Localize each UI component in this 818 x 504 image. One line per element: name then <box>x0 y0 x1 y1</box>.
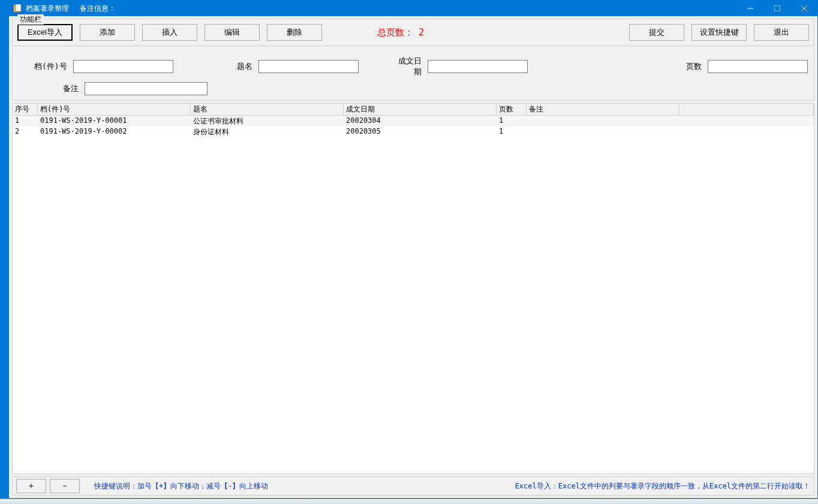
app-window: 档案著录整理 备注信息： 功能栏 Excel导入 添加 插入 编辑 删除 总页数… <box>8 0 818 499</box>
svg-rect-1 <box>16 4 21 11</box>
toolbar-groupbox: 功能栏 Excel导入 添加 插入 编辑 删除 总页数： 2 提交 设置快捷键 … <box>12 19 814 46</box>
titlebar[interactable]: 档案著录整理 备注信息： <box>9 1 817 16</box>
th-seq[interactable]: 序号 <box>13 104 38 115</box>
minus-button[interactable]: － <box>50 479 80 493</box>
date-input[interactable] <box>428 60 528 73</box>
insert-button[interactable]: 插入 <box>142 24 197 41</box>
remark-input[interactable] <box>85 82 207 95</box>
window-title: 档案著录整理 <box>26 4 69 14</box>
th-pages[interactable]: 页数 <box>497 104 527 115</box>
table-row[interactable]: 10191-WS·2019-Y-00001公证书审批材料200203041 <box>13 116 814 126</box>
pages-input[interactable] <box>708 60 808 73</box>
remark-label: 备注 <box>19 83 79 94</box>
doc-no-input[interactable] <box>73 60 173 73</box>
delete-button[interactable]: 删除 <box>267 24 322 41</box>
th-title[interactable]: 题名 <box>191 104 344 115</box>
taskbar[interactable] <box>0 499 818 504</box>
add-button[interactable]: 添加 <box>80 24 135 41</box>
exit-button[interactable]: 退出 <box>754 24 809 41</box>
th-doc[interactable]: 档(件)号 <box>38 104 191 115</box>
th-remark[interactable]: 备注 <box>527 104 679 115</box>
submit-button[interactable]: 提交 <box>629 24 684 41</box>
close-button[interactable] <box>790 1 817 16</box>
form-area: 档(件)号 题名 成文日期 页数 备注 <box>12 49 814 101</box>
page-count: 总页数： 2 <box>329 27 622 38</box>
groupbox-title: 功能栏 <box>17 14 44 25</box>
date-label: 成文日期 <box>393 56 422 77</box>
maximize-button[interactable] <box>763 1 790 16</box>
th-extra <box>679 104 814 115</box>
plus-button[interactable]: ＋ <box>16 479 46 493</box>
footer-bar: ＋ － 快捷键说明：加号【+】向下移动；减号【-】向上移动 Excel导入：Ex… <box>12 476 814 496</box>
table-row[interactable]: 20191-WS·2019-Y-00002身份证材料200203051 <box>13 126 814 137</box>
edit-button[interactable]: 编辑 <box>204 24 260 41</box>
th-date[interactable]: 成文日期 <box>344 104 497 115</box>
table-header: 序号 档(件)号 题名 成文日期 页数 备注 <box>13 104 814 116</box>
excel-hint: Excel导入：Excel文件中的列要与著录字段的顺序一致，从Excel文件的第… <box>515 481 810 491</box>
window-remark-label: 备注信息： <box>80 4 116 14</box>
title-label: 题名 <box>224 61 252 72</box>
svg-rect-3 <box>774 5 780 11</box>
title-input[interactable] <box>258 60 359 73</box>
app-icon <box>13 4 22 13</box>
excel-import-button[interactable]: Excel导入 <box>17 24 73 41</box>
data-table[interactable]: 序号 档(件)号 题名 成文日期 页数 备注 10191-WS·2019-Y-0… <box>12 103 814 474</box>
minimize-button[interactable] <box>736 1 763 16</box>
shortcut-button[interactable]: 设置快捷键 <box>691 24 747 41</box>
shortcut-hint: 快捷键说明：加号【+】向下移动；减号【-】向上移动 <box>94 481 268 491</box>
pages-label: 页数 <box>673 61 702 72</box>
doc-no-label: 档(件)号 <box>19 61 67 72</box>
